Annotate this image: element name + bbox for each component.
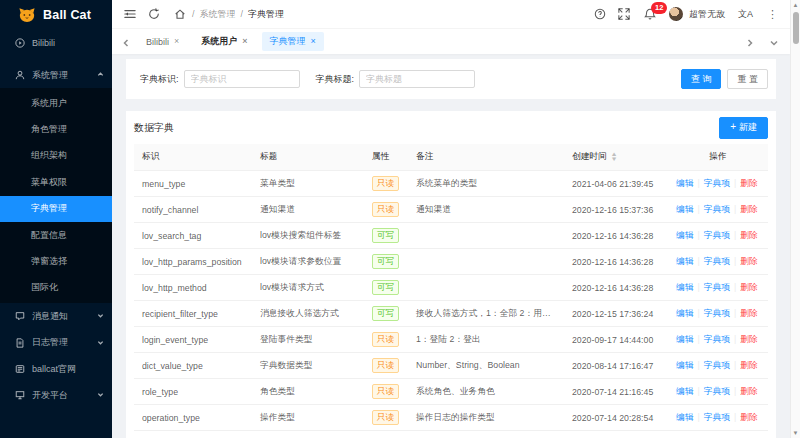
tab-Bilibili[interactable]: Bilibili× — [138, 34, 187, 50]
sidebar-subitem[interactable]: 角色管理 — [0, 116, 112, 142]
dict-items-link[interactable]: 字典项 — [704, 204, 730, 214]
tabbar: Bilibili× 系统用户× 字典管理× — [112, 28, 790, 54]
sidebar-item[interactable]: 消息通知 — [0, 303, 112, 329]
tab-系统用户[interactable]: 系统用户× — [193, 32, 255, 51]
col-header: 操作 — [668, 144, 768, 171]
edit-link[interactable]: 编辑 — [676, 256, 694, 266]
reset-button[interactable]: 重 置 — [727, 69, 768, 89]
delete-link[interactable]: 删除 — [740, 282, 758, 292]
topbar-right: 12 超管无敌 文A ⋮ — [582, 7, 778, 21]
chevron-down-icon — [97, 311, 104, 321]
card-title: 数据字典 — [134, 121, 174, 135]
query-button[interactable]: 查 询 — [681, 69, 722, 89]
delete-link[interactable]: 删除 — [740, 386, 758, 396]
table-row: role_type 角色类型 只读 系统角色、业务角色 2020-07-14 2… — [134, 379, 768, 405]
col-header: 标题 — [252, 144, 364, 171]
edit-link[interactable]: 编辑 — [676, 412, 694, 422]
attr-tag: 可写 — [372, 280, 399, 295]
breadcrumb-current: 字典管理 — [248, 8, 284, 21]
dict-title-input[interactable] — [359, 70, 475, 88]
avatar[interactable] — [669, 7, 683, 21]
menu-fold-icon[interactable] — [121, 5, 139, 23]
notification-bell-icon[interactable]: 12 — [644, 8, 656, 20]
translate-icon[interactable]: 文A — [738, 8, 753, 21]
sort-icon[interactable]: ▲▼ — [611, 152, 617, 161]
delete-link[interactable]: 删除 — [740, 360, 758, 370]
close-icon[interactable]: × — [311, 37, 316, 46]
scrollbar-down-icon[interactable]: ▼ — [793, 428, 799, 438]
attr-tag: 可写 — [372, 254, 399, 269]
message-icon — [14, 311, 25, 322]
attr-tag: 只读 — [372, 384, 399, 399]
edit-link[interactable]: 编辑 — [676, 230, 694, 240]
dict-items-link[interactable]: 字典项 — [704, 334, 730, 344]
tabs-scroll-left-icon[interactable] — [122, 33, 130, 51]
sidebar-subitem[interactable]: 配置信息 — [0, 222, 112, 248]
dict-table: 标识标题属性备注创建时间▲▼操作 menu_type 菜单类型 只读 系统菜单的… — [134, 144, 768, 431]
attr-tag: 只读 — [372, 410, 399, 425]
delete-link[interactable]: 删除 — [740, 178, 758, 188]
dict-items-link[interactable]: 字典项 — [704, 282, 730, 292]
edit-link[interactable]: 编辑 — [676, 334, 694, 344]
username[interactable]: 超管无敌 — [689, 8, 725, 21]
sidebar-subitem[interactable]: 弹窗选择 — [0, 248, 112, 274]
edit-link[interactable]: 编辑 — [676, 204, 694, 214]
sidebar-item[interactable]: 日志管理 — [0, 330, 112, 356]
table-row: login_event_type 登陆事件类型 只读 1：登陆 2：登出 202… — [134, 327, 768, 353]
logo[interactable]: Ball Cat — [0, 0, 112, 30]
sidebar-subitem[interactable]: 字典管理 — [0, 196, 112, 222]
dict-items-link[interactable]: 字典项 — [704, 386, 730, 396]
delete-link[interactable]: 删除 — [740, 334, 758, 344]
new-button[interactable]: +新建 — [719, 117, 768, 139]
submenu: 系统用户 角色管理 组织架构 菜单权限 字典管理 配置信息 弹窗选择 国际化 — [0, 88, 112, 303]
sidebar-subitem[interactable]: 菜单权限 — [0, 169, 112, 195]
table-row: menu_type 菜单类型 只读 系统菜单的类型 2021-04-06 21:… — [134, 171, 768, 197]
home-icon[interactable] — [173, 5, 187, 23]
edit-link[interactable]: 编辑 — [676, 308, 694, 318]
edit-link[interactable]: 编辑 — [676, 282, 694, 292]
dict-items-link[interactable]: 字典项 — [704, 360, 730, 370]
sidebar-subitem[interactable]: 组织架构 — [0, 143, 112, 169]
sidebar-menu: Bilibili 系统管理 系统用户 角色管理 组织架构 菜单权限 字典管理 配… — [0, 30, 112, 438]
reload-icon[interactable] — [145, 5, 163, 23]
tabs-menu-icon[interactable] — [770, 33, 778, 51]
delete-link[interactable]: 删除 — [740, 256, 758, 266]
dict-items-link[interactable]: 字典项 — [704, 256, 730, 266]
table-row: lov_http_params_position lov模块请求参数位置 可写 … — [134, 249, 768, 275]
close-icon[interactable]: × — [174, 37, 179, 46]
scrollbar-thumb[interactable] — [793, 12, 799, 44]
dict-items-link[interactable]: 字典项 — [704, 178, 730, 188]
sidebar-item[interactable]: Bilibili — [0, 30, 112, 56]
chevron-up-icon — [97, 70, 104, 80]
tabs-scroll-right-icon[interactable] — [746, 33, 754, 51]
dict-items-link[interactable]: 字典项 — [704, 308, 730, 318]
sidebar-item[interactable]: ballcat官网 — [0, 356, 112, 382]
delete-link[interactable]: 删除 — [740, 308, 758, 318]
scrollbar-up-icon[interactable]: ▲ — [793, 0, 799, 10]
page-scrollbar[interactable]: ▲ ▼ — [790, 0, 800, 438]
tab-字典管理[interactable]: 字典管理× — [262, 32, 324, 51]
breadcrumb-item[interactable]: 系统管理 — [200, 8, 236, 21]
sidebar-item[interactable]: 开发平台 — [0, 382, 112, 408]
sidebar-subitem[interactable]: 国际化 — [0, 275, 112, 301]
breadcrumb: / 系统管理 / 字典管理 — [173, 5, 284, 23]
dict-items-link[interactable]: 字典项 — [704, 412, 730, 422]
fullscreen-icon[interactable] — [618, 8, 630, 20]
col-header[interactable]: 创建时间▲▼ — [564, 144, 668, 171]
dict-id-input[interactable] — [184, 70, 300, 88]
bilibili-icon — [14, 38, 25, 49]
attr-tag: 只读 — [372, 176, 399, 191]
tabs: Bilibili× 系统用户× 字典管理× — [138, 32, 330, 51]
close-icon[interactable]: × — [242, 37, 247, 46]
help-icon[interactable] — [594, 8, 606, 20]
delete-link[interactable]: 删除 — [740, 204, 758, 214]
edit-link[interactable]: 编辑 — [676, 360, 694, 370]
sidebar-item[interactable]: 系统管理 — [0, 62, 112, 88]
edit-link[interactable]: 编辑 — [676, 386, 694, 396]
delete-link[interactable]: 删除 — [740, 412, 758, 422]
sidebar-subitem[interactable]: 系统用户 — [0, 90, 112, 116]
dict-items-link[interactable]: 字典项 — [704, 230, 730, 240]
more-icon[interactable]: ⋮ — [767, 8, 778, 21]
delete-link[interactable]: 删除 — [740, 230, 758, 240]
edit-link[interactable]: 编辑 — [676, 178, 694, 188]
